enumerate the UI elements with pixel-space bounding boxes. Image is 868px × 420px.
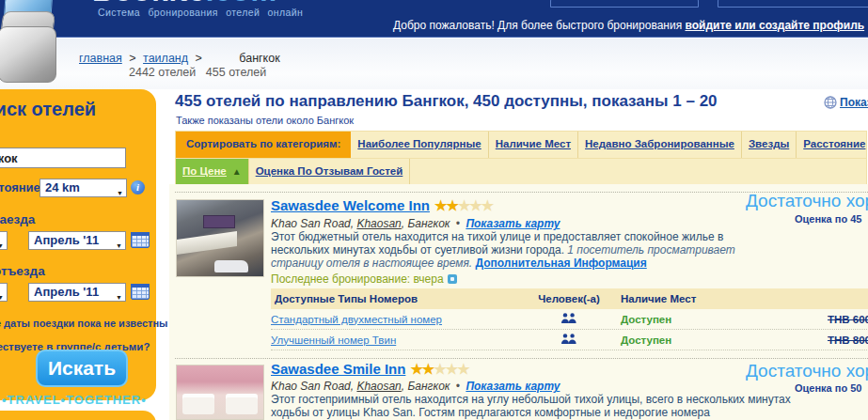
- hotel-photo[interactable]: [176, 365, 264, 420]
- signin-link[interactable]: войдите или создайте профиль: [685, 19, 864, 32]
- results-heading: 455 отелей по направлению Бангкок, 450 д…: [175, 92, 718, 111]
- sort-tab-stars[interactable]: Звезды: [742, 132, 797, 158]
- sort-label: Сортировать по категориям:: [176, 132, 351, 158]
- bullet: •: [456, 380, 460, 393]
- room-types-table: Доступные Типы Номеров Человек(-а) Налич…: [271, 288, 868, 350]
- header-tab-clipped-1[interactable]: [550, 0, 699, 8]
- site-tagline: Система бронирования отелей онлайн: [98, 7, 303, 18]
- photo-detail: [226, 397, 258, 414]
- search-panel: Поиск отелей Расстояние: 24 km i Дата за…: [0, 89, 156, 400]
- sort-tab-price-label: По Цене: [182, 165, 227, 177]
- room-table-header: Доступные Типы Номеров Человек(-а) Налич…: [271, 288, 868, 309]
- suitcase-logo-icon: [0, 0, 64, 88]
- star-filled-icon: ★★: [434, 197, 458, 213]
- sort-tab-distance[interactable]: Расстояние: [797, 132, 868, 158]
- checkin-calendar-icon[interactable]: [131, 232, 150, 248]
- bullet: •: [456, 217, 460, 230]
- show-map-link[interactable]: Показать карту: [466, 217, 560, 230]
- destination-input[interactable]: [0, 148, 126, 168]
- guest-rating-score: Оценка по 50: [795, 382, 861, 394]
- checkout-day-select[interactable]: [0, 283, 8, 302]
- col-availability: Наличие Мест: [611, 289, 752, 309]
- room-type-link[interactable]: Стандартный двухместный номер: [271, 314, 442, 325]
- sort-ascending-icon: ▲: [232, 159, 242, 184]
- two-people-icon: [560, 331, 577, 350]
- room-type-link[interactable]: Улучшенный номер Твин: [271, 334, 396, 346]
- checkout-label: Дата отъезда: [0, 264, 45, 278]
- col-occupancy: Человек(-а): [527, 289, 611, 309]
- breadcrumb-city: бангкок: [239, 52, 279, 65]
- two-people-icon: [560, 310, 577, 330]
- header-tab-clipped-2[interactable]: [718, 0, 868, 8]
- breadcrumb-home[interactable]: главная: [79, 52, 122, 65]
- sort-row-2: По Цене▲ Оценка По Отзывам Гостей: [176, 158, 866, 184]
- search-panel-title: Поиск отелей: [0, 99, 96, 120]
- show-on-map[interactable]: Показать: [824, 96, 868, 109]
- old-price: THB 600: [752, 310, 868, 330]
- info-icon[interactable]: i: [131, 180, 145, 194]
- checkout-calendar-icon[interactable]: [131, 284, 150, 300]
- sort-row-1: Сортировать по категориям: Наиболее Попу…: [176, 132, 866, 158]
- star-filled-icon: ★★: [410, 361, 434, 377]
- welcome-bar: Добро пожаловать! Для более быстрого бро…: [393, 19, 868, 32]
- hotel-name-link[interactable]: Sawasdee Welcome Inn: [271, 197, 430, 213]
- more-info-link[interactable]: Дополнительная Информация: [476, 257, 647, 270]
- hotel-address: Khao San Road, Khaosan, Бангкок • Показа…: [271, 380, 560, 393]
- city-hotel-count: 455 отелей: [206, 66, 266, 79]
- star-empty-icon: ★★★: [434, 361, 468, 377]
- country-hotel-count: 2442 отелей: [129, 66, 196, 79]
- results-subtitle: Также показаны отели около Бангкок: [176, 115, 354, 126]
- show-on-map-link[interactable]: Показать: [840, 96, 868, 109]
- dates-unknown-checkbox-label[interactable]: Точные даты поездки пока не известны: [0, 318, 168, 329]
- table-row: Стандартный двухместный номер Доступен T…: [271, 309, 868, 330]
- sort-tab-availability[interactable]: Наличие Мест: [489, 132, 578, 158]
- description-text: Этот гостеприимный отель находится на уг…: [271, 393, 791, 419]
- star-empty-icon: ★★★: [458, 197, 493, 213]
- watermark-text: •TRAVEL•TOGETHER•: [2, 393, 147, 407]
- checkin-day-select[interactable]: [0, 231, 8, 250]
- photo-detail: [203, 215, 235, 228]
- hotel-title: Sawasdee Welcome Inn★★★★★: [271, 197, 493, 214]
- breadcrumb-country[interactable]: таиланд: [143, 52, 188, 65]
- hotel-description: Этот бюджетный отель находится на тихой …: [271, 230, 754, 270]
- top-header: Bookite.com Система бронирования отелей …: [0, 0, 868, 38]
- sort-tab-popular[interactable]: Наиболее Популярные: [351, 132, 488, 158]
- checkin-label: Дата заезда: [0, 212, 35, 226]
- hotel-title: Sawasdee Smile Inn★★★★★: [271, 361, 469, 378]
- breadcrumb-separator: >: [196, 52, 202, 65]
- breadcrumb: главная > таиланд > бангкок: [79, 52, 280, 65]
- show-map-link[interactable]: Показать карту: [466, 380, 560, 393]
- secondary-panel-clipped: [0, 411, 156, 420]
- guest-rating-label: Достаточно хорошо: [746, 191, 868, 211]
- hotel-name-link[interactable]: Sawasdee Smile Inn: [271, 361, 405, 377]
- district-link[interactable]: Khaosan: [356, 380, 401, 393]
- table-row: Улучшенный номер Твин Доступен THB 800: [271, 330, 868, 350]
- distance-label: Расстояние:: [0, 180, 44, 194]
- distance-select[interactable]: 24 km: [39, 179, 127, 197]
- photo-detail: [176, 231, 237, 256]
- breadcrumb-separator: >: [129, 52, 135, 65]
- availability-status: Доступен: [611, 331, 752, 350]
- search-button[interactable]: Искать: [36, 350, 128, 387]
- star-rating: ★★★★★: [410, 361, 468, 377]
- suitcase-body: [0, 26, 56, 83]
- welcome-text: Добро пожаловать! Для более быстрого бро…: [393, 19, 682, 32]
- city: , Бангкок: [402, 217, 450, 230]
- district-link[interactable]: Khaosan: [356, 217, 401, 230]
- last-booking-text: Последнее бронирование: вчера: [271, 272, 444, 286]
- guest-rating-score: Оценка по 45: [795, 213, 861, 225]
- booking-info-icon[interactable]: [448, 274, 457, 284]
- col-room-type: Доступные Типы Номеров: [271, 289, 527, 309]
- sort-tab-guest-score[interactable]: Оценка По Отзывам Гостей: [249, 159, 411, 184]
- old-price: THB 800: [752, 331, 868, 350]
- sort-tab-price-active[interactable]: По Цене▲: [176, 159, 249, 184]
- page: Bookite.com Система бронирования отелей …: [0, 0, 868, 420]
- checkout-month-select[interactable]: Апрель '11: [28, 283, 126, 302]
- hotel-address: Khao San Road, Khaosan, Бангкок • Показа…: [271, 217, 560, 230]
- photo-detail: [182, 397, 214, 414]
- checkin-month-select[interactable]: Апрель '11: [28, 231, 126, 250]
- hotel-photo[interactable]: [176, 199, 264, 277]
- sort-tab-recently-booked[interactable]: Недавно Забронированные: [578, 132, 742, 158]
- last-booking: Последнее бронирование: вчера: [271, 272, 457, 286]
- street: Khao San Road,: [271, 217, 354, 230]
